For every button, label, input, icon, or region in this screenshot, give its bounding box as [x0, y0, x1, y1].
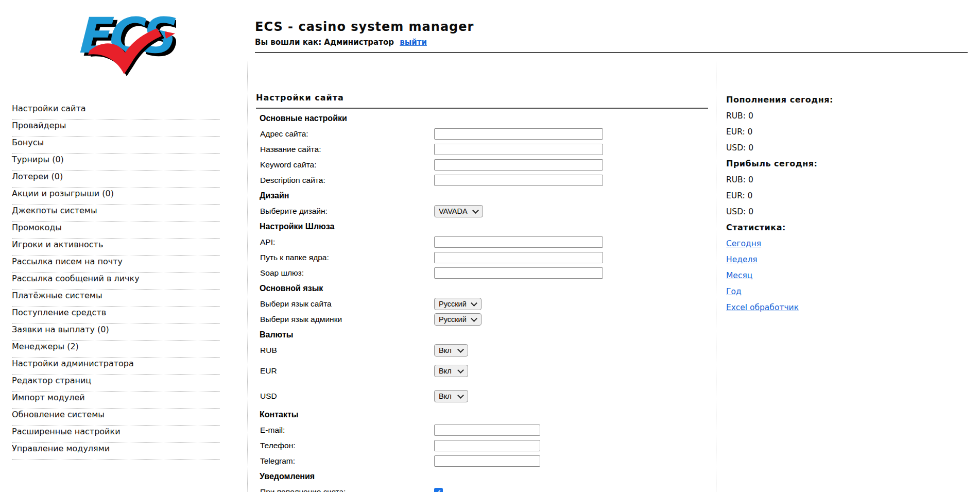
- sidebar-item-19[interactable]: Расширенные настройки: [12, 426, 220, 443]
- design-choice-label: Выберите дизайн:: [256, 207, 434, 216]
- chevron-down-icon: [472, 207, 479, 214]
- stats-heading-0: Пополнения сегодня:: [726, 92, 891, 108]
- site-address-label: Адрес сайта:: [256, 129, 434, 139]
- stats-link-2[interactable]: Месяц: [726, 271, 752, 280]
- form-row-eur: EURВкл: [256, 363, 708, 379]
- sidebar-item-2[interactable]: Бонусы: [12, 137, 220, 154]
- sidebar-item-10[interactable]: Рассылка сообщений в личку: [12, 273, 220, 290]
- sidebar-item-20[interactable]: Управление модулями: [12, 443, 220, 460]
- selected-option: Русский: [439, 315, 467, 324]
- form-row-currencies: Валюты: [256, 327, 708, 343]
- login-status-text: Вы вошли как: Администратор: [255, 38, 394, 47]
- stat-value: RUB: 0: [726, 108, 891, 124]
- design-choice-select[interactable]: VAVADA: [434, 205, 483, 217]
- phone-input[interactable]: [434, 440, 540, 451]
- sidebar-item-3[interactable]: Турниры (0): [12, 154, 220, 171]
- form-row-contacts: Контакты: [256, 407, 708, 422]
- selected-option: Вкл: [439, 392, 452, 400]
- sidebar-item-12[interactable]: Поступление средств: [12, 307, 220, 324]
- sidebar-item-4[interactable]: Лотереи (0): [12, 171, 220, 188]
- stats-link-3[interactable]: Год: [726, 287, 742, 296]
- form-row-telegram: Telegram:: [256, 453, 708, 469]
- api-input[interactable]: [434, 236, 603, 248]
- stats-link-row: Неделя: [726, 251, 891, 267]
- sidebar-item-0[interactable]: Настройки сайта: [12, 103, 220, 120]
- phone-label: Телефон:: [256, 441, 434, 450]
- site-language-select[interactable]: Русский: [434, 298, 482, 310]
- sidebar-item-1[interactable]: Провайдеры: [12, 120, 220, 137]
- sidebar-item-16[interactable]: Редактор страниц: [12, 375, 220, 392]
- header-divider: [255, 52, 968, 53]
- sidebar-item-13[interactable]: Заявки на выплату (0): [12, 324, 220, 341]
- stats-link-row: Сегодня: [726, 235, 891, 251]
- core-path-input[interactable]: [434, 252, 603, 263]
- sidebar-item-9[interactable]: Рассылка писем на почту: [12, 256, 220, 273]
- header: ECS - casino system manager Вы вошли как…: [255, 20, 971, 53]
- telegram-input[interactable]: [434, 455, 540, 467]
- form-row-site-keyword: Keyword сайта:: [256, 157, 708, 173]
- form-row-site-language: Выбери язык сайтаРусский: [256, 296, 708, 312]
- rub-label: RUB: [256, 346, 434, 355]
- eur-select[interactable]: Вкл: [434, 365, 468, 377]
- admin-language-select[interactable]: Русский: [434, 313, 482, 326]
- eur-label: EUR: [256, 366, 434, 376]
- form-row-api: API:: [256, 234, 708, 250]
- core-path-label: Путь к папке ядра:: [256, 253, 434, 262]
- rub-select[interactable]: Вкл: [434, 344, 468, 357]
- stats-link-0[interactable]: Сегодня: [726, 239, 761, 248]
- sidebar-item-15[interactable]: Настройки администратора: [12, 358, 220, 375]
- site-description-input[interactable]: [434, 175, 603, 186]
- site-address-input[interactable]: [434, 128, 603, 140]
- form-row-deposit-notify: При пополнение счета:✓: [256, 484, 708, 492]
- chevron-down-icon: [471, 315, 477, 322]
- section-header-main-language: Основной язык: [256, 284, 323, 293]
- left-column-separator: [247, 61, 248, 492]
- site-name-input[interactable]: [434, 144, 603, 155]
- stat-value: RUB: 0: [726, 172, 891, 188]
- chevron-down-icon: [471, 300, 477, 307]
- section-header-design: Дизайн: [256, 191, 289, 200]
- logout-link[interactable]: выйти: [400, 38, 427, 47]
- sidebar-item-14[interactable]: Менеджеры (2): [12, 341, 220, 358]
- sidebar-item-18[interactable]: Обновление системы: [12, 409, 220, 426]
- form-row-basic-settings: Основные настройки: [256, 111, 708, 126]
- sidebar-item-6[interactable]: Джекпоты системы: [12, 205, 220, 222]
- soap-gateway-input[interactable]: [434, 267, 603, 279]
- sidebar-item-8[interactable]: Игроки и активность: [12, 239, 220, 256]
- stats-heading-2: Статистика:: [726, 219, 891, 235]
- chevron-down-icon: [457, 392, 464, 399]
- stats-link-row: Excel обработчик: [726, 299, 891, 315]
- usd-select[interactable]: Вкл: [434, 390, 468, 402]
- email-label: E-mail:: [256, 426, 434, 435]
- section-header-notifications: Уведомления: [256, 472, 315, 481]
- section-header-currencies: Валюты: [256, 330, 293, 340]
- section-header-basic-settings: Основные настройки: [256, 114, 347, 123]
- form-row-rub: RUBВкл: [256, 343, 708, 358]
- sidebar-item-11[interactable]: Платёжные системы: [12, 290, 220, 307]
- form-row-phone: Телефон:: [256, 438, 708, 453]
- ecs-logo-graphic: ECS ECS: [72, 7, 176, 78]
- site-keyword-input[interactable]: [434, 159, 603, 171]
- form-row-site-address: Адрес сайта:: [256, 126, 708, 142]
- site-name-label: Название сайта:: [256, 145, 434, 154]
- form-row-site-description: Description сайта:: [256, 173, 708, 188]
- stats-link-4[interactable]: Excel обработчик: [726, 303, 799, 312]
- stats-link-row: Год: [726, 283, 891, 299]
- sidebar-item-17[interactable]: Импорт модулей: [12, 392, 220, 409]
- site-settings-form: Основные настройкиАдрес сайта:Название с…: [256, 111, 708, 492]
- selected-option: Русский: [439, 300, 467, 308]
- chevron-down-icon: [457, 367, 464, 374]
- selected-option: VAVADA: [439, 207, 468, 215]
- form-row-soap-gateway: Soap шлюз:: [256, 265, 708, 281]
- sidebar-item-5[interactable]: Акции и розыгрыши (0): [12, 188, 220, 205]
- sidebar-item-7[interactable]: Промокоды: [12, 222, 220, 239]
- stats-link-1[interactable]: Неделя: [726, 255, 758, 264]
- form-row-gateway-settings: Настройки Шлюза: [256, 219, 708, 234]
- deposit-notify-label: При пополнение счета:: [256, 487, 434, 492]
- section-header-gateway-settings: Настройки Шлюза: [256, 222, 334, 231]
- email-input[interactable]: [434, 425, 540, 436]
- form-row-core-path: Путь к папке ядра:: [256, 250, 708, 265]
- deposit-notify-checkbox[interactable]: ✓: [434, 488, 443, 492]
- usd-label: USD: [256, 392, 434, 401]
- form-row-usd: USDВкл: [256, 388, 708, 404]
